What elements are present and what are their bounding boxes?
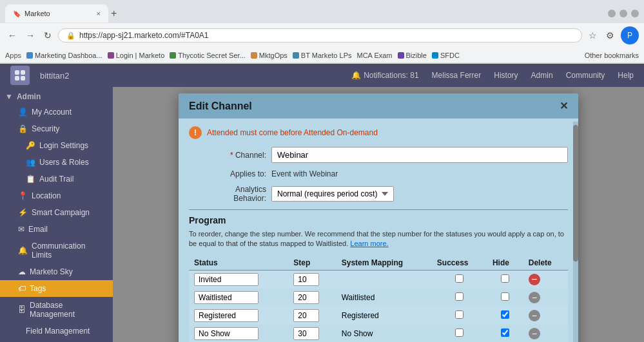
sidebar-item-users-roles[interactable]: 👥 Users & Roles xyxy=(0,154,113,171)
delete-cell: − xyxy=(523,289,568,307)
reload-button[interactable]: ↻ xyxy=(41,29,54,42)
system-mapping-cell xyxy=(337,270,432,289)
profile-button[interactable]: P xyxy=(621,26,639,44)
table-row: No Show− xyxy=(189,325,568,342)
bookmark-bt[interactable]: BT Marketo LPs xyxy=(293,52,352,59)
app-main: ▼ Admin 👤 My Account 🔒 Security 🔑 Login … xyxy=(0,87,644,342)
channel-input[interactable] xyxy=(271,147,568,163)
modal-scrollbar[interactable] xyxy=(573,122,578,342)
bookmark-thycotic[interactable]: Thycotic Secret Ser... xyxy=(170,52,246,59)
hide-checkbox[interactable] xyxy=(501,292,509,301)
forward-button[interactable]: → xyxy=(23,29,37,42)
hide-checkbox[interactable] xyxy=(501,328,509,337)
success-checkbox[interactable] xyxy=(455,328,463,337)
system-mapping-cell: No Show xyxy=(337,325,432,342)
sidebar-item-location[interactable]: 📍 Location xyxy=(0,187,113,204)
sidebar-item-my-account[interactable]: 👤 My Account xyxy=(0,104,113,120)
bookmark-favicon2 xyxy=(108,52,114,59)
admin-link[interactable]: Admin xyxy=(531,71,553,80)
sidebar-item-tags[interactable]: 🏷 Tags xyxy=(0,280,113,297)
analytics-select[interactable]: Normal (requires period cost) Basic Adva… xyxy=(271,186,394,202)
bookmark-mktgops[interactable]: MktgOps xyxy=(251,52,288,59)
user-name[interactable]: Melissa Ferrer xyxy=(432,71,482,80)
bookmark-button[interactable]: ☆ xyxy=(586,29,600,42)
hide-cell xyxy=(487,270,523,289)
hide-checkbox[interactable] xyxy=(501,310,509,319)
chevron-down-icon: ▼ xyxy=(5,92,13,101)
url-bar[interactable]: 🔒 https://app-sj21.marketo.com/#TA0A1 xyxy=(58,28,582,43)
delete-cell: − xyxy=(523,270,568,289)
tab-title: Marketo xyxy=(24,10,50,17)
close-window-button[interactable] xyxy=(631,10,639,17)
learn-more-link[interactable]: Learn more. xyxy=(350,240,388,247)
bookmark-bizible[interactable]: Bizible xyxy=(398,52,427,59)
sidebar-item-smart-campaign[interactable]: ⚡ Smart Campaign xyxy=(0,204,113,221)
sidebar-item-comm-limits[interactable]: 🔔 Communication Limits xyxy=(0,238,113,263)
app-header: bittitan2 🔔 Notifications: 81 Melissa Fe… xyxy=(0,64,644,87)
community-link[interactable]: Community xyxy=(566,71,605,80)
sidebar-item-custom-activities[interactable]: Marketo Custom Activities xyxy=(0,339,113,342)
sidebar-item-audit-trail[interactable]: 📋 Audit Trail xyxy=(0,171,113,187)
sidebar-item-field-management[interactable]: Field Management xyxy=(0,323,113,339)
help-link[interactable]: Help xyxy=(618,71,634,80)
status-input[interactable] xyxy=(194,309,259,322)
success-cell xyxy=(432,307,487,325)
sidebar-item-db-management[interactable]: 🗄 Database Management xyxy=(0,297,113,323)
modal-close-button[interactable]: ✕ xyxy=(560,100,568,112)
step-input[interactable] xyxy=(293,273,319,286)
col-header-step: Step xyxy=(288,256,336,271)
maximize-button[interactable] xyxy=(620,10,627,17)
svg-rect-2 xyxy=(15,76,19,81)
status-input[interactable] xyxy=(194,291,259,304)
back-button[interactable]: ← xyxy=(5,29,19,42)
success-checkbox[interactable] xyxy=(455,292,463,301)
tab-close-button[interactable]: × xyxy=(97,10,101,17)
step-input[interactable] xyxy=(293,291,319,304)
hide-checkbox[interactable] xyxy=(501,274,509,283)
new-tab-button[interactable]: + xyxy=(111,8,117,19)
browser-toolbar: ← → ↻ 🔒 https://app-sj21.marketo.com/#TA… xyxy=(0,23,644,48)
bookmark-login[interactable]: Login | Marketo xyxy=(108,52,165,59)
edit-channel-modal: Edit Channel ✕ ! Attended must come befo… xyxy=(179,93,578,342)
hide-cell xyxy=(487,325,523,342)
step-input[interactable] xyxy=(293,309,319,322)
location-icon: 📍 xyxy=(18,191,28,200)
bookmark-marketing[interactable]: Marketing Dashboa... xyxy=(26,52,102,59)
col-header-delete: Delete xyxy=(523,256,568,271)
tag-icon: 🏷 xyxy=(18,284,26,293)
sidebar-item-marketo-sky[interactable]: ☁ Marketo Sky xyxy=(0,263,113,280)
delete-button[interactable]: − xyxy=(529,310,540,321)
step-cell xyxy=(288,307,336,325)
success-checkbox[interactable] xyxy=(455,274,463,283)
bookmark-mca[interactable]: MCA Exam xyxy=(357,52,393,59)
delete-button[interactable]: − xyxy=(529,292,540,303)
step-input[interactable] xyxy=(293,327,319,340)
table-row: Waitlisted− xyxy=(189,289,568,307)
app-logo xyxy=(10,66,30,85)
sidebar-item-login-settings[interactable]: 🔑 Login Settings xyxy=(0,137,113,154)
app-header-right: 🔔 Notifications: 81 Melissa Ferrer Histo… xyxy=(351,71,634,80)
success-checkbox[interactable] xyxy=(455,310,463,319)
step-cell xyxy=(288,325,336,342)
channel-row: * Channel: xyxy=(189,147,568,163)
sidebar-item-email[interactable]: ✉ Email xyxy=(0,221,113,238)
bookmark-sfdc[interactable]: SFDC xyxy=(432,52,460,59)
minimize-button[interactable] xyxy=(608,10,616,17)
status-cell xyxy=(189,289,288,307)
browser-tab[interactable]: 🔖 Marketo × xyxy=(5,5,108,23)
lock-icon: 🔒 xyxy=(66,32,75,40)
channel-required-marker: * xyxy=(230,151,233,160)
delete-minus-button[interactable]: − xyxy=(529,274,540,285)
sidebar-item-security[interactable]: 🔒 Security xyxy=(0,120,113,137)
status-input[interactable] xyxy=(194,273,259,286)
content-area: Edit Channel ✕ ! Attended must come befo… xyxy=(113,87,644,342)
delete-button[interactable]: − xyxy=(529,328,540,339)
extensions-button[interactable]: ⚙ xyxy=(603,29,617,42)
status-input[interactable] xyxy=(194,327,259,340)
history-link[interactable]: History xyxy=(494,71,518,80)
bookmark-favicon xyxy=(26,52,33,59)
sidebar: ▼ Admin 👤 My Account 🔒 Security 🔑 Login … xyxy=(0,87,113,342)
bookmark-other[interactable]: Other bookmarks xyxy=(585,52,639,59)
modal-title: Edit Channel xyxy=(189,100,252,112)
notifications-area[interactable]: 🔔 Notifications: 81 xyxy=(351,71,418,80)
